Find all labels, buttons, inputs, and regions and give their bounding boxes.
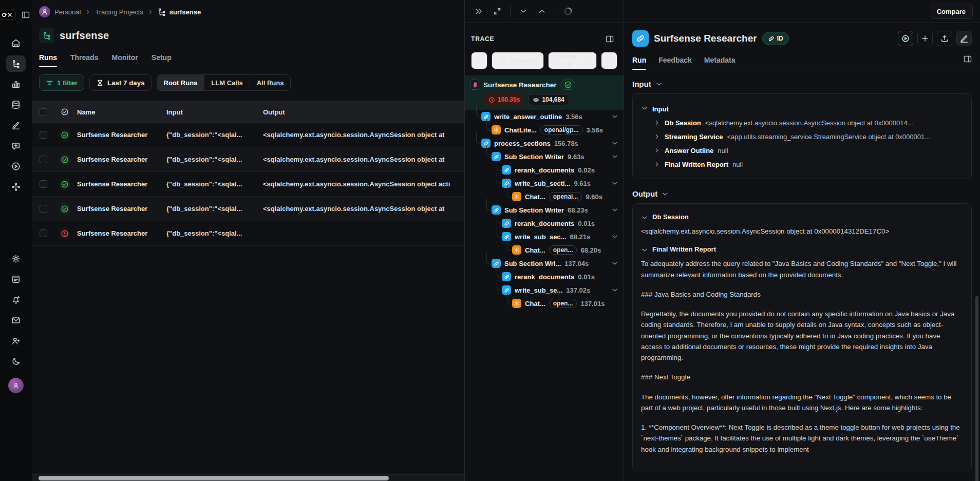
rail-item-mail[interactable]: [6, 312, 26, 329]
chevron-down-icon: [611, 206, 618, 214]
row-checkbox[interactable]: [40, 131, 47, 139]
side-panel-icon[interactable]: [964, 55, 972, 70]
table-row[interactable]: Surfsense Researcher{"db_session":"<sqla…: [32, 147, 464, 172]
rail-item-datasets[interactable]: [6, 97, 26, 113]
collapse-sidebar-icon[interactable]: [18, 7, 33, 23]
tab-setup[interactable]: Setup: [152, 53, 172, 67]
tree-filter-button[interactable]: [471, 52, 487, 69]
filter-button[interactable]: 1 filter: [39, 74, 84, 91]
user-avatar[interactable]: [8, 378, 24, 393]
waterfall-icon: [498, 56, 506, 65]
rail-item-playground[interactable]: [6, 158, 26, 175]
input-field-row[interactable]: Streaming Service<app.utils.streaming_se…: [653, 130, 963, 144]
rail-item-settings[interactable]: [6, 251, 26, 267]
tree-row-root[interactable]: Surfsense Researcher 160.35s 104,684: [465, 75, 624, 110]
rail-item-docs[interactable]: [6, 271, 26, 287]
segment-llm-calls[interactable]: LLM Calls: [204, 75, 250, 90]
input-field-row[interactable]: Answer Outlinenull: [653, 144, 963, 158]
rail-item-deployments[interactable]: [6, 179, 26, 195]
tree-row[interactable]: Sub Section Writer68.23s: [465, 203, 624, 217]
tab-threads[interactable]: Threads: [70, 53, 98, 67]
field-key[interactable]: Db Session: [665, 119, 701, 127]
doc-text-icon: [11, 275, 21, 284]
side-panel-icon[interactable]: [602, 31, 617, 47]
tab-monitor[interactable]: Monitor: [111, 53, 138, 67]
collapse-panel-icon[interactable]: [471, 4, 486, 19]
chain-node-icon: [502, 272, 511, 281]
tree-row[interactable]: rerank_documents0.01s: [465, 270, 624, 283]
tab-runs[interactable]: Runs: [39, 53, 57, 67]
next-run-icon[interactable]: [516, 4, 531, 19]
rail-item-monitoring[interactable]: [6, 76, 26, 92]
output-section-toggle[interactable]: Output: [632, 189, 972, 198]
expand-fullscreen-icon[interactable]: [489, 4, 505, 19]
input-section-toggle[interactable]: Input: [632, 80, 972, 88]
rail-item-home[interactable]: [6, 35, 26, 51]
rail-item-invite-user[interactable]: [6, 333, 26, 349]
prev-run-icon[interactable]: [534, 4, 550, 19]
run-id-pill[interactable]: ID: [762, 32, 789, 45]
tree-row[interactable]: Sub Section Wri...137.04s: [465, 257, 624, 270]
tree-row[interactable]: Sub Section Writer9.63s: [465, 150, 624, 163]
column-header-name[interactable]: Name: [75, 108, 166, 116]
breadcrumb-tracing-projects[interactable]: Tracing Projects: [95, 8, 143, 16]
table-row[interactable]: Surfsense Researcher{"db_session":"<sqla…: [32, 197, 464, 221]
annotate-button[interactable]: [956, 31, 972, 46]
segment-root-runs[interactable]: Root Runs: [157, 75, 205, 90]
output-field-key[interactable]: Final Written Report: [641, 245, 963, 253]
agent-parrot-icon: [470, 80, 479, 90]
filter-icon: [475, 57, 483, 65]
output-field-key[interactable]: Db Session: [641, 213, 963, 221]
rail-item-prompts[interactable]: [6, 138, 26, 154]
column-header-output[interactable]: Output: [263, 108, 464, 116]
field-key[interactable]: Streaming Service: [665, 133, 723, 141]
tree-row[interactable]: write_sub_se...137.02s: [465, 283, 624, 297]
segment-all-runs[interactable]: All Runs: [250, 75, 291, 90]
rail-item-notifications[interactable]: [6, 292, 26, 308]
table-row[interactable]: Surfsense Researcher{"db_session":"<sqla…: [32, 221, 464, 246]
tree-row[interactable]: rerank_documents0.01s: [465, 217, 624, 230]
workspace-avatar[interactable]: [39, 6, 50, 17]
table-row[interactable]: Surfsense Researcher{"db_session":"<sqla…: [32, 172, 464, 197]
caret-down-icon[interactable]: [641, 105, 648, 112]
detail-tab-run[interactable]: Run: [632, 56, 646, 69]
tree-row[interactable]: ChatLite...openai/gp...3.56s: [465, 123, 624, 137]
detail-tab-metadata[interactable]: Metadata: [704, 56, 736, 69]
scrollbar-thumb[interactable]: [39, 476, 389, 480]
row-checkbox[interactable]: [40, 156, 47, 163]
output-paragraph: <sqlalchemy.ext.asyncio.session.AsyncSes…: [641, 226, 963, 237]
tree-row[interactable]: rerank_documents0.02s: [465, 163, 624, 177]
row-checkbox[interactable]: [40, 205, 47, 213]
rail-item-dark-mode[interactable]: [6, 353, 26, 370]
share-button[interactable]: [937, 31, 952, 46]
tree-connector: [507, 185, 512, 198]
breadcrumb-personal[interactable]: Personal: [54, 8, 81, 16]
input-field-row[interactable]: Final Written Reportnull: [653, 158, 963, 171]
vertical-scrollbar-thumb[interactable]: [975, 296, 978, 481]
field-key[interactable]: Final Written Report: [665, 161, 728, 168]
compare-button[interactable]: Compare: [930, 4, 973, 19]
horizontal-scrollbar[interactable]: [32, 474, 464, 481]
field-key[interactable]: Answer Outline: [665, 147, 713, 155]
show-all-dropdown[interactable]: Show All: [548, 52, 597, 69]
detail-tab-feedback[interactable]: Feedback: [658, 56, 692, 69]
waterfall-button[interactable]: Waterfall: [492, 52, 544, 69]
open-in-playground-button[interactable]: [898, 31, 913, 46]
rail-item-tracing-projects[interactable]: [6, 55, 26, 72]
breadcrumb-project[interactable]: surfsense: [158, 8, 201, 16]
input-root-row[interactable]: Input: [641, 101, 963, 116]
add-to-dataset-button[interactable]: [917, 31, 933, 46]
tree-row[interactable]: write_sub_sec...68.21s: [465, 230, 624, 243]
column-header-input[interactable]: Input: [166, 108, 263, 116]
date-range-button[interactable]: Last 7 days: [89, 74, 152, 91]
rail-item-annotation-queues[interactable]: [6, 117, 26, 133]
row-checkbox[interactable]: [40, 180, 47, 188]
table-row[interactable]: Surfsense Researcher{"db_session":"<sqla…: [32, 123, 464, 147]
tree-row[interactable]: Chat...open...137.01s: [465, 297, 624, 310]
input-field-row[interactable]: Db Session<sqlalchemy.ext.asyncio.sessio…: [653, 116, 963, 130]
row-checkbox[interactable]: [40, 229, 47, 237]
collapse-tree-button[interactable]: [601, 52, 617, 69]
bell-plus-icon: [11, 295, 21, 304]
tree-row[interactable]: write_sub_secti...9.61s: [465, 177, 624, 190]
select-all-checkbox[interactable]: [40, 108, 47, 116]
